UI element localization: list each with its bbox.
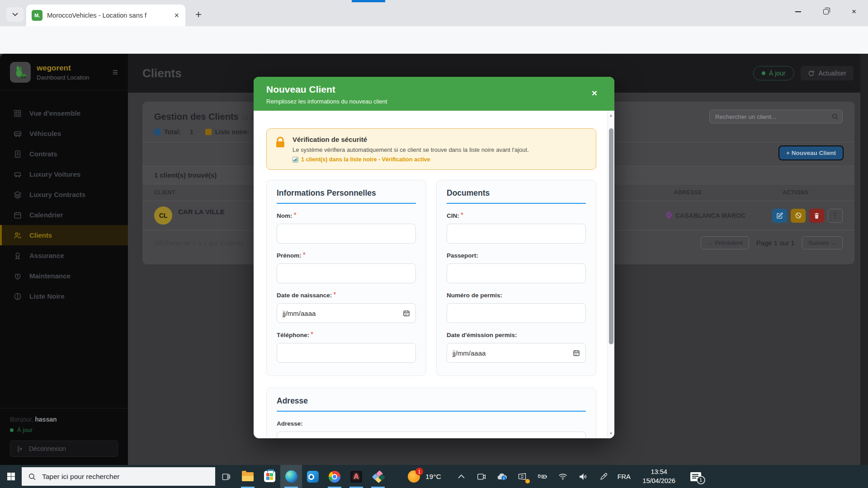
calendar-icon[interactable] (403, 310, 410, 317)
row-menu-button[interactable]: ⋮ (828, 209, 843, 223)
taskbar-clock[interactable]: 13:54 15/04/2026 (634, 468, 684, 485)
windows-taskbar: Taper ici pour rechercher A 1 19°C i (0, 465, 868, 488)
wifi-icon (558, 473, 567, 480)
sidebar-item-blacklist[interactable]: Liste Noire (0, 286, 128, 306)
address-input[interactable] (277, 432, 586, 438)
layers-icon (14, 191, 23, 199)
task-view-button[interactable] (215, 465, 237, 488)
start-button[interactable] (0, 465, 22, 488)
birthdate-input[interactable]: jj/mm/aaaa (277, 303, 416, 323)
sidebar-item-luxury-contracts[interactable]: Luxury Contracts (0, 184, 128, 205)
prenom-input[interactable] (277, 263, 416, 283)
camera-tray-button[interactable] (472, 465, 492, 488)
tab-title: MoroccoVehicles - Location sans f (47, 12, 169, 19)
display-sync-tray-button[interactable] (512, 465, 533, 488)
map-pin-icon (665, 211, 672, 220)
screen-share-indicator-bar (352, 0, 385, 2)
sidebar-item-luxury-cars[interactable]: Luxury Voitures (0, 164, 128, 184)
microsoft-store-button[interactable] (259, 465, 280, 488)
status-badge-label: À jour (769, 70, 786, 77)
passport-label: Passeport: (447, 252, 478, 259)
display-sync-icon (518, 473, 527, 480)
design-app-button[interactable] (367, 465, 389, 488)
modal-scrollbar[interactable]: ▲ ▼ (607, 111, 614, 438)
sidebar-item-overview[interactable]: Vue d'ensemble (0, 103, 128, 123)
sidebar-item-contracts[interactable]: Contrats (0, 144, 128, 164)
luxury-car-icon (14, 170, 23, 178)
client-avatar: CL (154, 206, 172, 225)
new-tab-button[interactable]: + (195, 8, 202, 21)
modal-header: Nouveau Client Remplissez les informatio… (254, 77, 614, 111)
required-mark: * (294, 211, 297, 219)
license-number-input[interactable] (447, 303, 586, 323)
wifi-tray-button[interactable] (553, 465, 573, 488)
refresh-data-button[interactable]: Actualiser (801, 66, 854, 80)
window-restore-button[interactable] (812, 0, 840, 23)
logout-button[interactable]: Déconnexion (10, 441, 118, 457)
blacklist-client-button[interactable] (791, 209, 806, 223)
sidebar-item-vehicles[interactable]: Véhicules (0, 123, 128, 144)
language-indicator[interactable]: FRA (614, 465, 634, 488)
blacklist-status-link[interactable]: 1 client(s) dans la liste noire - Vérifi… (292, 156, 529, 163)
client-name: CAR LA VILLE (178, 208, 225, 216)
cin-input[interactable] (447, 224, 586, 244)
taskbar-search[interactable]: Taper ici pour rechercher (22, 467, 215, 486)
onedrive-tray-button[interactable]: i (492, 465, 512, 488)
previous-page-button[interactable]: ← Précédent (701, 236, 749, 249)
sidebar-item-clients[interactable]: Clients (0, 225, 128, 245)
volume-tray-button[interactable] (573, 465, 594, 488)
chevron-up-icon (458, 474, 465, 479)
edge-taskbar-button[interactable] (280, 465, 302, 488)
delete-client-button[interactable] (809, 209, 824, 223)
modal-close-icon[interactable]: × (592, 88, 597, 99)
sidebar-item-calendar[interactable]: Calendrier (0, 205, 128, 225)
temperature: 19°C (425, 473, 441, 481)
warning-title: Vérification de sécurité (292, 136, 529, 143)
file-explorer-button[interactable] (237, 465, 259, 488)
power-tray-button[interactable] (533, 465, 553, 488)
window-minimize-button[interactable] (784, 0, 812, 23)
license-issue-date-input[interactable]: jj/mm/aaaa (447, 343, 586, 363)
speaker-icon (579, 473, 588, 480)
phone-label: Téléphone: (277, 332, 309, 338)
column-address: ADRESSE (674, 189, 783, 196)
tray-expand-button[interactable] (451, 465, 472, 488)
scroll-up-icon[interactable]: ▲ (608, 113, 614, 117)
warning-text: Le système vérifiera automatiquement si … (292, 146, 529, 153)
minimize-icon (795, 11, 801, 12)
sidebar-item-insurance[interactable]: Assurance (0, 245, 128, 266)
calendar-icon[interactable] (573, 349, 580, 357)
document-icon (14, 150, 23, 158)
new-client-modal: Nouveau Client Remplissez les informatio… (254, 77, 614, 438)
sidebar-item-maintenance[interactable]: Maintenance (0, 266, 128, 286)
app-a-button[interactable]: A (345, 465, 367, 488)
page-title: Clients (142, 66, 182, 80)
sidebar-toggle-icon[interactable]: ≡ (113, 67, 118, 78)
modal-scrollbar-thumb[interactable] (609, 128, 613, 344)
page-scrollbar[interactable] (860, 54, 868, 465)
edit-client-button[interactable] (772, 209, 787, 223)
chrome-button[interactable] (324, 465, 345, 488)
client-search-input[interactable] (709, 110, 843, 123)
documents-section: Documents CIN:* Passeport: Numéro de per… (436, 180, 596, 376)
nom-input[interactable] (277, 224, 416, 244)
window-close-button[interactable]: × (840, 0, 868, 23)
passport-input[interactable] (447, 263, 586, 283)
browser-tab[interactable]: M. MoroccoVehicles - Location sans f × (26, 5, 185, 26)
new-client-button[interactable]: + Nouveau Client (779, 146, 843, 160)
plug-disconnected-icon (538, 474, 547, 480)
pen-tray-button[interactable] (594, 465, 614, 488)
weather-widget[interactable]: 1 19°C (408, 470, 441, 483)
section-title-personal: Informations Personnelles (277, 188, 416, 204)
tab-search-chevron-icon[interactable] (6, 7, 24, 22)
outlook-button[interactable] (302, 465, 324, 488)
scroll-down-icon[interactable]: ▼ (608, 432, 614, 436)
tab-close-icon[interactable]: × (173, 11, 180, 19)
prenom-label: Prénom: (277, 252, 302, 259)
next-page-button[interactable]: Suivant → (802, 236, 843, 249)
grid-icon (14, 109, 23, 117)
sidebar: wegorent Dashboard Location ≡ Vue d'ense… (0, 54, 128, 465)
notification-center-button[interactable]: 1 (684, 465, 708, 488)
modal-subtitle: Remplissez les informations du nouveau c… (266, 98, 602, 105)
phone-input[interactable] (277, 343, 416, 363)
